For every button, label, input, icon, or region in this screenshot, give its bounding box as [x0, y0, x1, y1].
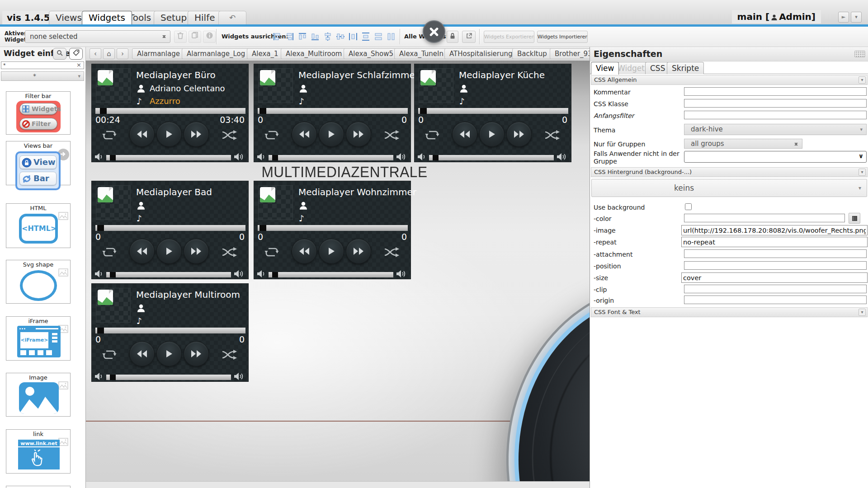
- align-center-vertical-icon[interactable]: [323, 32, 333, 41]
- mediaplayer-widget-buero[interactable]: Mediaplayer Büro Adriano Celentano ♪Azzu…: [91, 64, 249, 162]
- widget-info-button[interactable]: [203, 31, 216, 43]
- seek-knob[interactable]: [97, 328, 104, 333]
- widget-card-filter-bar[interactable]: Filter bar Widgets Filter: [6, 91, 71, 135]
- shuffle-button[interactable]: [543, 128, 561, 142]
- shuffle-button[interactable]: [220, 347, 238, 362]
- align-bottom-icon[interactable]: [310, 32, 320, 41]
- volume-knob[interactable]: [272, 272, 278, 277]
- volume-slider[interactable]: [269, 155, 393, 160]
- play-button[interactable]: [319, 122, 344, 147]
- volume-low-icon[interactable]: [94, 270, 104, 278]
- volume-high-icon[interactable]: [234, 372, 245, 380]
- next-button[interactable]: [184, 122, 209, 147]
- widget-card-svg-shape[interactable]: Svg shape: [6, 260, 71, 304]
- distribute-vertical-icon[interactable]: [361, 32, 371, 41]
- volume-high-icon[interactable]: [396, 270, 407, 278]
- view-tab-alarmanlage[interactable]: Alarmanlage: [132, 48, 185, 59]
- seek-knob[interactable]: [97, 225, 104, 231]
- play-button[interactable]: [479, 122, 505, 147]
- volume-low-icon[interactable]: [94, 372, 104, 380]
- seek-knob[interactable]: [100, 108, 107, 114]
- mediaplayer-widget-wohnzimmer[interactable]: Mediaplayer Wohnzimmer ♪ 0 0: [254, 181, 411, 279]
- origin-input[interactable]: [684, 296, 867, 304]
- color-input[interactable]: [684, 214, 845, 222]
- seek-knob[interactable]: [420, 108, 427, 114]
- next-view-button[interactable]: ►: [838, 12, 849, 23]
- clip-input[interactable]: [684, 285, 867, 293]
- use-background-checkbox[interactable]: [685, 203, 692, 210]
- volume-low-icon[interactable]: [417, 153, 426, 161]
- clear-filter-icon[interactable]: ×: [76, 61, 81, 68]
- align-left-icon[interactable]: [272, 32, 282, 41]
- section-css-font-text[interactable]: CSS Font & Text ▾: [591, 307, 868, 317]
- lock-widgets-button[interactable]: [447, 31, 458, 43]
- export-widgets-button[interactable]: Widgets Exportieren: [484, 31, 534, 43]
- seek-bar[interactable]: [258, 108, 408, 114]
- previous-button[interactable]: [129, 341, 155, 366]
- tab-view[interactable]: View: [591, 62, 619, 75]
- view-tab-alarmanlage-log[interactable]: Alarmanlage_Log: [182, 48, 250, 59]
- play-button[interactable]: [156, 341, 182, 366]
- widget-filter-input[interactable]: * ×: [1, 61, 84, 69]
- attachment-input[interactable]: [684, 249, 867, 258]
- open-runtime-button[interactable]: [462, 31, 476, 43]
- volume-knob[interactable]: [110, 375, 116, 380]
- repeat-button[interactable]: [101, 245, 118, 259]
- volume-low-icon[interactable]: [257, 153, 266, 161]
- volume-high-icon[interactable]: [234, 153, 245, 161]
- repeat-button[interactable]: [263, 128, 280, 142]
- view-tab-athospitalisierung[interactable]: ATHospitalisierung: [444, 48, 518, 59]
- shuffle-button[interactable]: [382, 245, 401, 259]
- next-button[interactable]: [184, 341, 209, 366]
- play-button[interactable]: [156, 122, 182, 147]
- volume-high-icon[interactable]: [396, 153, 407, 161]
- anfangsfilter-input[interactable]: [684, 111, 867, 119]
- seek-bar[interactable]: [418, 108, 568, 114]
- previous-button[interactable]: [292, 239, 317, 264]
- widget-card-partial[interactable]: [6, 486, 71, 488]
- widget-set-select[interactable]: * ▾: [1, 71, 84, 81]
- repeat-input[interactable]: [681, 237, 868, 247]
- image-input[interactable]: [681, 225, 868, 235]
- next-button[interactable]: [184, 239, 209, 264]
- volume-knob[interactable]: [110, 155, 116, 160]
- align-right-icon[interactable]: [285, 32, 295, 41]
- same-width-icon[interactable]: [373, 32, 383, 41]
- align-top-icon[interactable]: [297, 32, 307, 41]
- menu-tab-hilfe[interactable]: Hilfe: [188, 11, 222, 24]
- seek-knob[interactable]: [259, 108, 266, 114]
- import-widgets-button[interactable]: Widgets Importieren: [537, 31, 588, 43]
- tab-skripte[interactable]: Skripte: [667, 62, 704, 74]
- css-klasse-input[interactable]: [684, 99, 867, 108]
- view-tab-alexa-1[interactable]: Alexa_1: [247, 48, 283, 59]
- seek-knob[interactable]: [259, 225, 266, 231]
- widget-search-button[interactable]: [53, 48, 66, 60]
- undo-button[interactable]: ↶: [218, 11, 246, 24]
- shuffle-button[interactable]: [382, 128, 401, 142]
- seek-bar[interactable]: [95, 328, 245, 333]
- next-button[interactable]: [506, 122, 532, 147]
- volume-slider[interactable]: [269, 272, 393, 277]
- widget-tag-filter-button[interactable]: [69, 48, 83, 60]
- size-input[interactable]: [681, 272, 868, 283]
- distribute-horizontal-icon[interactable]: [348, 32, 358, 41]
- seek-bar[interactable]: [258, 225, 408, 231]
- widget-card-link[interactable]: link www.link.net: [6, 429, 71, 474]
- color-picker-button[interactable]: [849, 213, 860, 224]
- repeat-button[interactable]: [424, 128, 441, 142]
- play-button[interactable]: [319, 239, 344, 264]
- volume-knob[interactable]: [110, 272, 116, 277]
- background-preset-select[interactable]: keins ▾: [591, 179, 867, 197]
- volume-knob[interactable]: [433, 155, 439, 160]
- mediaplayer-widget-multiroom[interactable]: Mediaplayer Multiroom ♪ 0 0: [91, 283, 249, 382]
- volume-low-icon[interactable]: [94, 153, 104, 161]
- next-button[interactable]: [346, 122, 371, 147]
- volume-high-icon[interactable]: [234, 270, 245, 278]
- delete-widget-button[interactable]: [174, 31, 187, 43]
- view-canvas[interactable]: MULTIMEDIAZENTRALE Mediaplayer Büro Adri…: [86, 61, 590, 488]
- volume-slider[interactable]: [106, 155, 231, 160]
- panel-grip-icon[interactable]: [854, 51, 865, 57]
- repeat-button[interactable]: [101, 347, 118, 362]
- volume-slider[interactable]: [106, 272, 231, 277]
- seek-bar[interactable]: [95, 225, 245, 231]
